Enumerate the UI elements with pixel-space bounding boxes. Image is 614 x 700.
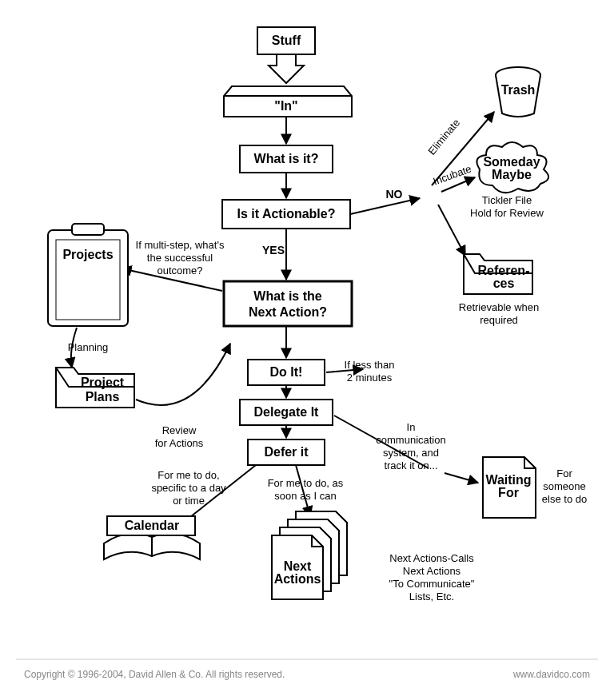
- next-action-l2: Next Action?: [249, 305, 327, 319]
- waiting-l2: For: [498, 486, 519, 499]
- multistep-l3: outcome?: [157, 264, 202, 276]
- node-someday: Someday Maybe: [476, 142, 548, 193]
- next-actions-l1: Next: [284, 559, 312, 573]
- edge-review: [136, 344, 230, 405]
- tickler-l2: Hold for Review: [470, 207, 544, 219]
- two-min-l2: 2 minutes: [347, 372, 393, 384]
- edge-references: [438, 205, 465, 256]
- calendar-label: Calendar: [125, 519, 179, 532]
- delegate-label: Delegate It: [254, 405, 320, 419]
- eliminate-label: Eliminate: [425, 117, 462, 157]
- for-me-day-l2: specific to a day: [151, 482, 226, 494]
- next-action-l1: What is the: [253, 289, 321, 303]
- node-trash: Trash: [496, 67, 540, 117]
- what-is-it-label: What is it?: [254, 152, 319, 165]
- next-actions-l2: Actions: [274, 572, 321, 586]
- for-someone-l2: someone: [543, 480, 585, 492]
- references-l1: Referen-: [478, 264, 530, 277]
- node-projects: Projects: [48, 224, 128, 326]
- planning-label: Planning: [68, 341, 109, 353]
- for-me-day-l1: For me to do,: [157, 469, 219, 481]
- node-what-is-it: What is it?: [240, 145, 333, 173]
- multistep-l2: the successful: [147, 252, 213, 264]
- someday-l2: Maybe: [492, 168, 532, 181]
- footer-url: www.davidco.com: [512, 669, 590, 680]
- node-do-it: Do It!: [248, 360, 325, 385]
- tickler-l1: Tickler File: [482, 194, 532, 206]
- edge-no: [350, 198, 420, 214]
- in-comm-l3: system, and: [383, 447, 439, 459]
- svg-rect-7: [72, 224, 104, 235]
- node-stuff: Stuff: [257, 27, 315, 83]
- in-comm-l4: track it on...: [384, 459, 437, 471]
- retrievable-l1: Retrievable when: [459, 301, 539, 313]
- trash-label: Trash: [501, 83, 536, 97]
- node-actionable: Is it Actionable?: [222, 200, 350, 229]
- for-me-soon-l1: For me to do, as: [268, 477, 344, 489]
- in-comm-l1: In: [407, 421, 416, 433]
- retrievable-l2: required: [480, 314, 518, 326]
- lists-l1: Next Actions-Calls: [389, 552, 474, 564]
- for-someone-l1: For: [556, 467, 572, 479]
- lists-l3: "To Communicate": [389, 578, 475, 590]
- copyright: Copyright © 1996-2004, David Allen & Co.…: [24, 669, 285, 680]
- two-min-l1: If less than: [345, 359, 395, 371]
- in-comm-l2: communication: [376, 434, 445, 446]
- for-me-day-l3: or time: [173, 495, 205, 507]
- project-plans-l1: Project: [81, 376, 125, 389]
- node-waiting: Waiting For: [483, 457, 536, 518]
- multistep-l1: If multi-step, what's: [136, 239, 225, 251]
- node-delegate: Delegate It: [240, 400, 333, 425]
- for-someone-l3: else to do: [542, 493, 587, 505]
- svg-rect-5: [224, 281, 352, 326]
- someday-l1: Someday: [483, 155, 540, 169]
- lists-l2: Next Actions: [403, 565, 461, 577]
- review-l2: for Actions: [155, 437, 204, 449]
- lists-l4: Lists, Etc.: [409, 591, 454, 603]
- incubate-label: Incubate: [432, 162, 473, 187]
- node-references: Referen- ces: [464, 254, 532, 294]
- node-next-action: What is the Next Action?: [224, 281, 352, 326]
- for-me-soon-l2: soon as I can: [274, 490, 336, 502]
- actionable-label: Is it Actionable?: [237, 207, 336, 221]
- node-defer: Defer it: [248, 439, 325, 465]
- references-l2: ces: [493, 276, 515, 290]
- edge-comm-waiting: [445, 473, 478, 483]
- in-label: "In": [274, 99, 297, 113]
- defer-label: Defer it: [264, 445, 309, 459]
- node-calendar: Calendar: [104, 516, 200, 559]
- node-next-actions: Next Actions: [272, 511, 347, 599]
- doit-label: Do It!: [270, 365, 303, 379]
- yes-label: YES: [262, 244, 285, 257]
- projects-label: Projects: [62, 248, 113, 261]
- waiting-l1: Waiting: [485, 473, 531, 487]
- no-label: NO: [386, 188, 403, 201]
- review-l1: Review: [162, 424, 197, 436]
- node-project-plans: Project Plans: [56, 368, 134, 408]
- stuff-label: Stuff: [272, 34, 301, 47]
- node-in: "In": [224, 86, 352, 117]
- project-plans-l2: Plans: [86, 390, 120, 404]
